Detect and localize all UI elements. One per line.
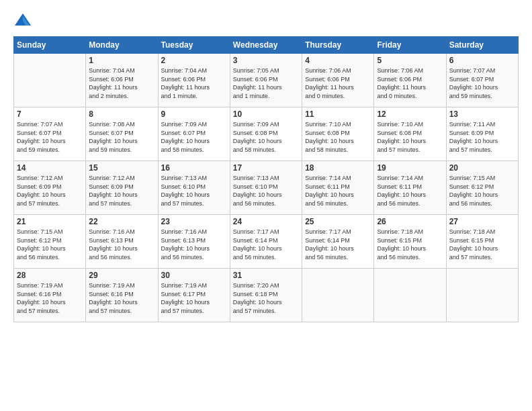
header-row: SundayMondayTuesdayWednesdayThursdayFrid…	[14, 37, 519, 54]
day-number: 24	[233, 217, 299, 226]
logo-icon	[13, 12, 32, 31]
day-number: 27	[449, 217, 515, 226]
day-number: 14	[17, 163, 83, 173]
day-detail: Sunrise: 7:19 AM Sunset: 6:16 PM Dayligh…	[17, 282, 66, 314]
day-number: 15	[89, 163, 154, 173]
day-detail: Sunrise: 7:16 AM Sunset: 6:13 PM Dayligh…	[89, 228, 138, 261]
day-detail: Sunrise: 7:13 AM Sunset: 6:10 PM Dayligh…	[233, 175, 282, 207]
day-detail: Sunrise: 7:11 AM Sunset: 6:09 PM Dayligh…	[449, 121, 498, 153]
day-detail: Sunrise: 7:12 AM Sunset: 6:09 PM Dayligh…	[89, 175, 138, 207]
calendar-cell: 6Sunrise: 7:07 AM Sunset: 6:07 PM Daylig…	[446, 54, 518, 107]
day-number: 10	[233, 109, 299, 119]
day-detail: Sunrise: 7:07 AM Sunset: 6:07 PM Dayligh…	[449, 67, 498, 99]
calendar-cell: 23Sunrise: 7:16 AM Sunset: 6:13 PM Dayli…	[158, 215, 230, 269]
calendar-cell: 25Sunrise: 7:17 AM Sunset: 6:14 PM Dayli…	[302, 215, 374, 269]
calendar-cell: 28Sunrise: 7:19 AM Sunset: 6:16 PM Dayli…	[14, 269, 86, 322]
calendar-cell: 7Sunrise: 7:07 AM Sunset: 6:07 PM Daylig…	[14, 107, 86, 161]
day-detail: Sunrise: 7:20 AM Sunset: 6:18 PM Dayligh…	[233, 282, 282, 314]
day-number: 1	[89, 56, 154, 65]
day-detail: Sunrise: 7:06 AM Sunset: 6:06 PM Dayligh…	[377, 67, 426, 99]
day-number: 18	[305, 163, 371, 173]
day-detail: Sunrise: 7:17 AM Sunset: 6:14 PM Dayligh…	[305, 228, 354, 261]
col-header-thursday: Thursday	[302, 37, 374, 54]
calendar-cell: 29Sunrise: 7:19 AM Sunset: 6:16 PM Dayli…	[86, 269, 158, 322]
calendar-cell: 15Sunrise: 7:12 AM Sunset: 6:09 PM Dayli…	[86, 161, 158, 215]
day-number: 4	[305, 56, 371, 65]
day-number: 26	[377, 217, 443, 226]
page: SundayMondayTuesdayWednesdayThursdayFrid…	[0, 0, 532, 411]
day-number: 28	[17, 271, 83, 280]
day-number: 9	[161, 109, 227, 119]
calendar-cell: 13Sunrise: 7:11 AM Sunset: 6:09 PM Dayli…	[446, 107, 518, 161]
calendar-cell: 21Sunrise: 7:15 AM Sunset: 6:12 PM Dayli…	[14, 215, 86, 269]
day-number: 5	[377, 56, 443, 65]
calendar-cell: 17Sunrise: 7:13 AM Sunset: 6:10 PM Dayli…	[230, 161, 302, 215]
day-number: 25	[305, 217, 371, 226]
calendar-cell: 14Sunrise: 7:12 AM Sunset: 6:09 PM Dayli…	[14, 161, 86, 215]
day-detail: Sunrise: 7:15 AM Sunset: 6:12 PM Dayligh…	[449, 175, 498, 207]
calendar-cell: 9Sunrise: 7:09 AM Sunset: 6:07 PM Daylig…	[158, 107, 230, 161]
calendar-cell	[374, 269, 446, 322]
calendar-cell: 11Sunrise: 7:10 AM Sunset: 6:08 PM Dayli…	[302, 107, 374, 161]
day-number: 12	[377, 109, 443, 119]
day-detail: Sunrise: 7:05 AM Sunset: 6:06 PM Dayligh…	[233, 67, 282, 99]
day-detail: Sunrise: 7:16 AM Sunset: 6:13 PM Dayligh…	[161, 228, 210, 261]
calendar-cell: 16Sunrise: 7:13 AM Sunset: 6:10 PM Dayli…	[158, 161, 230, 215]
header	[13, 12, 519, 31]
col-header-friday: Friday	[374, 37, 446, 54]
day-detail: Sunrise: 7:14 AM Sunset: 6:11 PM Dayligh…	[377, 175, 426, 207]
calendar-cell: 20Sunrise: 7:15 AM Sunset: 6:12 PM Dayli…	[446, 161, 518, 215]
day-number: 7	[17, 109, 83, 119]
logo	[13, 12, 35, 31]
day-detail: Sunrise: 7:18 AM Sunset: 6:15 PM Dayligh…	[449, 228, 498, 261]
day-detail: Sunrise: 7:10 AM Sunset: 6:08 PM Dayligh…	[377, 121, 426, 153]
day-detail: Sunrise: 7:06 AM Sunset: 6:06 PM Dayligh…	[305, 67, 354, 99]
day-detail: Sunrise: 7:13 AM Sunset: 6:10 PM Dayligh…	[161, 175, 210, 207]
calendar-cell: 8Sunrise: 7:08 AM Sunset: 6:07 PM Daylig…	[86, 107, 158, 161]
day-detail: Sunrise: 7:14 AM Sunset: 6:11 PM Dayligh…	[305, 175, 354, 207]
week-row-5: 28Sunrise: 7:19 AM Sunset: 6:16 PM Dayli…	[14, 269, 519, 322]
day-number: 22	[89, 217, 154, 226]
day-detail: Sunrise: 7:09 AM Sunset: 6:07 PM Dayligh…	[161, 121, 210, 153]
calendar-cell	[302, 269, 374, 322]
day-detail: Sunrise: 7:19 AM Sunset: 6:17 PM Dayligh…	[161, 282, 210, 314]
calendar-cell: 5Sunrise: 7:06 AM Sunset: 6:06 PM Daylig…	[374, 54, 446, 107]
day-number: 30	[161, 271, 227, 280]
day-number: 31	[233, 271, 299, 280]
week-row-4: 21Sunrise: 7:15 AM Sunset: 6:12 PM Dayli…	[14, 215, 519, 269]
col-header-monday: Monday	[86, 37, 158, 54]
day-number: 21	[17, 217, 83, 226]
day-detail: Sunrise: 7:15 AM Sunset: 6:12 PM Dayligh…	[17, 228, 66, 261]
day-number: 23	[161, 217, 227, 226]
day-number: 13	[449, 109, 515, 119]
week-row-2: 7Sunrise: 7:07 AM Sunset: 6:07 PM Daylig…	[14, 107, 519, 161]
calendar-cell: 2Sunrise: 7:04 AM Sunset: 6:06 PM Daylig…	[158, 54, 230, 107]
day-number: 2	[161, 56, 227, 65]
day-detail: Sunrise: 7:19 AM Sunset: 6:16 PM Dayligh…	[89, 282, 138, 314]
week-row-1: 1Sunrise: 7:04 AM Sunset: 6:06 PM Daylig…	[14, 54, 519, 107]
day-detail: Sunrise: 7:04 AM Sunset: 6:06 PM Dayligh…	[89, 67, 138, 99]
day-detail: Sunrise: 7:04 AM Sunset: 6:06 PM Dayligh…	[161, 67, 210, 99]
day-number: 11	[305, 109, 371, 119]
calendar-cell: 3Sunrise: 7:05 AM Sunset: 6:06 PM Daylig…	[230, 54, 302, 107]
calendar-cell: 1Sunrise: 7:04 AM Sunset: 6:06 PM Daylig…	[86, 54, 158, 107]
calendar-cell: 30Sunrise: 7:19 AM Sunset: 6:17 PM Dayli…	[158, 269, 230, 322]
calendar-cell	[446, 269, 518, 322]
calendar-cell: 22Sunrise: 7:16 AM Sunset: 6:13 PM Dayli…	[86, 215, 158, 269]
day-number: 6	[449, 56, 515, 65]
calendar-cell: 24Sunrise: 7:17 AM Sunset: 6:14 PM Dayli…	[230, 215, 302, 269]
day-detail: Sunrise: 7:08 AM Sunset: 6:07 PM Dayligh…	[89, 121, 138, 153]
calendar-cell	[14, 54, 86, 107]
col-header-wednesday: Wednesday	[230, 37, 302, 54]
calendar-cell: 31Sunrise: 7:20 AM Sunset: 6:18 PM Dayli…	[230, 269, 302, 322]
day-detail: Sunrise: 7:09 AM Sunset: 6:08 PM Dayligh…	[233, 121, 282, 153]
col-header-saturday: Saturday	[446, 37, 518, 54]
day-number: 29	[89, 271, 154, 280]
calendar-cell: 18Sunrise: 7:14 AM Sunset: 6:11 PM Dayli…	[302, 161, 374, 215]
calendar-cell: 10Sunrise: 7:09 AM Sunset: 6:08 PM Dayli…	[230, 107, 302, 161]
calendar-cell: 26Sunrise: 7:18 AM Sunset: 6:15 PM Dayli…	[374, 215, 446, 269]
calendar-cell: 27Sunrise: 7:18 AM Sunset: 6:15 PM Dayli…	[446, 215, 518, 269]
day-detail: Sunrise: 7:12 AM Sunset: 6:09 PM Dayligh…	[17, 175, 66, 207]
week-row-3: 14Sunrise: 7:12 AM Sunset: 6:09 PM Dayli…	[14, 161, 519, 215]
calendar-table: SundayMondayTuesdayWednesdayThursdayFrid…	[13, 36, 519, 322]
